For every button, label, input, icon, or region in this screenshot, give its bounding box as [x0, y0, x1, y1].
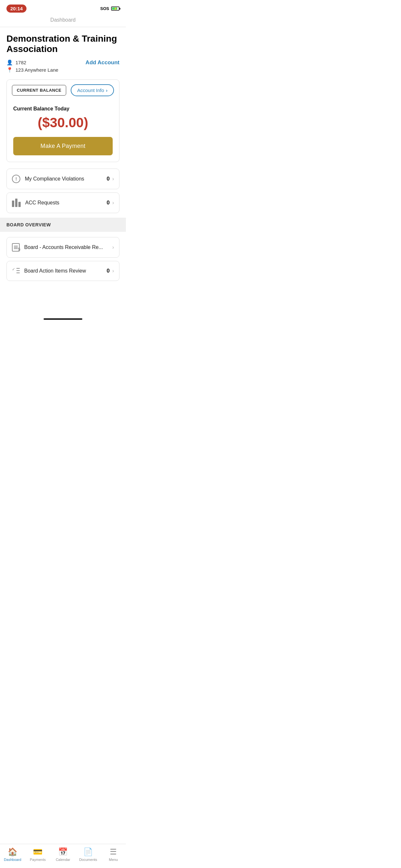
report-icon: $: [12, 243, 20, 252]
board-list-section: $ Board - Accounts Receivable Re... › Bo…: [6, 237, 120, 281]
org-address: 123 Anywhere Lane: [16, 67, 58, 73]
sos-label: SOS: [100, 6, 109, 11]
status-time: 20:14: [6, 4, 27, 12]
org-meta: 👤 1782 📍 123 Anywhere Lane Add Account: [6, 59, 120, 73]
balance-card-header: CURRENT BALANCE Account Info ›: [7, 80, 119, 101]
acc-requests-right: 0 ›: [106, 199, 114, 206]
main-content: Demonstration & Training Association 👤 1…: [0, 27, 126, 316]
board-action-count: 0: [106, 268, 110, 274]
acc-requests-count: 0: [106, 199, 110, 206]
person-icon: 👤: [6, 59, 13, 66]
balance-today-label: Current Balance Today: [13, 106, 113, 112]
account-info-label: Account Info: [77, 88, 104, 93]
alert-circle-icon: [12, 175, 20, 183]
board-overview-header: BOARD OVERVIEW: [0, 218, 126, 232]
org-address-row: 📍 123 Anywhere Lane: [6, 67, 58, 73]
board-action-items-item[interactable]: Board Action Items Review 0 ›: [6, 261, 120, 281]
compliance-violations-left: My Compliance Violations: [12, 175, 84, 183]
board-ar-label: Board - Accounts Receivable Re...: [24, 244, 103, 250]
columns-icon: [12, 198, 21, 207]
board-ar-right: ›: [112, 244, 114, 250]
current-balance-tab[interactable]: CURRENT BALANCE: [12, 85, 66, 96]
list-section: My Compliance Violations 0 › ACC Request…: [6, 168, 120, 213]
chevron-right-icon: ›: [112, 176, 114, 182]
board-ar-left: $ Board - Accounts Receivable Re...: [12, 243, 103, 252]
org-details: 👤 1782 📍 123 Anywhere Lane: [6, 59, 58, 73]
org-name: Demonstration & Training Association: [6, 34, 120, 54]
org-id-row: 👤 1782: [6, 59, 58, 66]
compliance-violations-count: 0: [106, 176, 110, 182]
balance-amount: ($30.00): [13, 115, 113, 130]
chevron-right-icon: ›: [106, 88, 107, 93]
org-id: 1782: [16, 60, 26, 65]
compliance-violations-item[interactable]: My Compliance Violations 0 ›: [6, 168, 120, 189]
acc-requests-item[interactable]: ACC Requests 0 ›: [6, 192, 120, 213]
status-right: SOS ⚡: [100, 6, 120, 11]
acc-requests-label: ACC Requests: [25, 200, 59, 206]
add-account-button[interactable]: Add Account: [86, 59, 120, 66]
balance-card: CURRENT BALANCE Account Info › Current B…: [6, 80, 120, 162]
location-icon: 📍: [6, 67, 13, 73]
compliance-violations-label: My Compliance Violations: [25, 176, 84, 182]
compliance-violations-right: 0 ›: [106, 176, 114, 182]
chevron-right-icon: ›: [112, 244, 114, 250]
board-action-label: Board Action Items Review: [24, 268, 86, 274]
checklist-icon: [12, 267, 20, 275]
make-payment-button[interactable]: Make A Payment: [13, 137, 113, 155]
battery-icon: ⚡: [111, 6, 120, 11]
page-title: Dashboard: [0, 16, 126, 27]
chevron-right-icon: ›: [112, 200, 114, 206]
acc-requests-left: ACC Requests: [12, 198, 59, 207]
chevron-right-icon: ›: [112, 268, 114, 274]
account-info-button[interactable]: Account Info ›: [71, 84, 114, 96]
balance-body: Current Balance Today ($30.00) Make A Pa…: [7, 101, 119, 162]
board-action-left: Board Action Items Review: [12, 267, 86, 275]
home-indicator: [43, 318, 82, 320]
status-bar: 20:14 SOS ⚡: [0, 0, 126, 16]
board-action-right: 0 ›: [106, 268, 114, 274]
board-accounts-receivable-item[interactable]: $ Board - Accounts Receivable Re... ›: [6, 237, 120, 258]
